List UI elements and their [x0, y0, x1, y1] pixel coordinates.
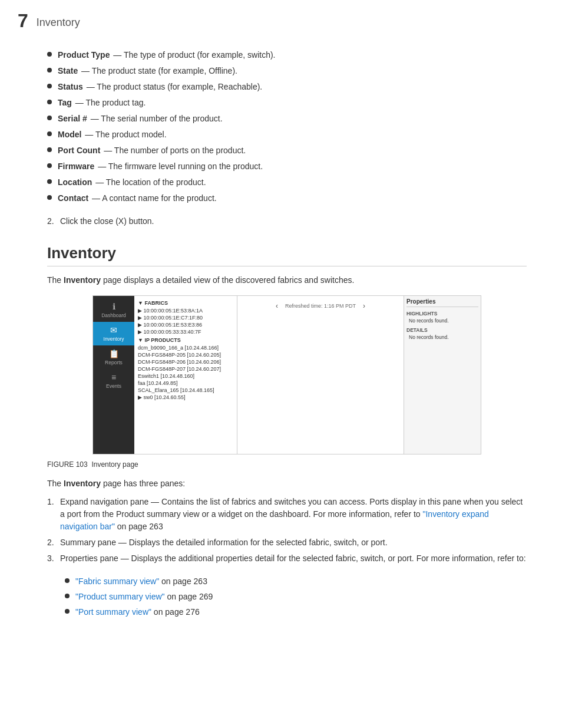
prev-arrow-button[interactable]: ‹ [273, 301, 280, 311]
term-serial: Serial # [58, 114, 87, 123]
sub-link-list: "Fabric summary view" on page 263 "Produ… [65, 575, 527, 618]
term-firmware: Firmware [58, 162, 94, 171]
term-state: State [58, 66, 78, 75]
tree-item[interactable]: Eswitch1 [10.24.48.160] [134, 373, 237, 380]
term-model: Model [58, 130, 81, 139]
list-item: Location — The location of the product. [47, 176, 527, 189]
sidebar-item-dashboard[interactable]: ℹ Dashboard [93, 298, 134, 322]
tree-item[interactable]: ▶ 10:00:00:05:33:33:40:7F [134, 328, 237, 335]
fabric-summary-link[interactable]: "Fabric summary view" [75, 577, 159, 586]
sidebar-item-reports[interactable]: 📋 Reports [93, 345, 134, 369]
sidebar-item-events[interactable]: ≡ Events [93, 369, 134, 393]
panes-list: 1. Expand navigation pane — Contains the… [47, 496, 527, 565]
list-item: 2. Click the close (X) button. [47, 215, 527, 228]
term-product-type: Product Type [58, 50, 110, 60]
sidebar-label-inventory: Inventory [104, 336, 124, 342]
term-status: Status [58, 82, 83, 91]
bullet-dot [47, 179, 52, 184]
sub-link-item-fabric: "Fabric summary view" on page 263 [65, 575, 527, 588]
bullet-dot [47, 100, 52, 104]
bullet-dot [47, 84, 52, 88]
refresh-bar: ‹ Refreshed time: 1:16 PM PDT › [240, 301, 401, 311]
term-location: Location [58, 177, 92, 187]
refresh-text: Refreshed time: 1:16 PM PDT [285, 303, 356, 309]
pane-item-2: 2. Summary pane — Displays the detailed … [47, 536, 527, 549]
inventory-icon: ✉ [110, 325, 117, 335]
tree-item[interactable]: ▶ 10:00:00:05:1E:C7:1F:80 [134, 314, 237, 321]
reports-icon: 📋 [109, 349, 119, 358]
list-item: Status — The product status (for example… [47, 81, 527, 93]
highlights-value: No records found. [409, 318, 478, 324]
tree-item[interactable]: dcm_b9090_166_a [10.24.48.166] [134, 344, 237, 351]
chapter-title: Inventory [37, 11, 80, 29]
bullet-dot [47, 147, 52, 152]
details-section-label: DETAILS [406, 327, 478, 333]
step-list: 2. Click the close (X) button. [47, 215, 527, 228]
pane-item-1: 1. Expand navigation pane — Contains the… [47, 496, 527, 533]
list-item: Contact — A contact name for the product… [47, 192, 527, 205]
tree-item[interactable]: DCM-FGS848P-206 [10.24.60.206] [134, 358, 237, 365]
tree-item[interactable]: DCM-FGS848P-205 [10.24.60.205] [134, 351, 237, 358]
bullet-dot [47, 68, 52, 73]
sidebar-item-inventory[interactable]: ✉ Inventory [93, 322, 134, 345]
dashboard-icon: ℹ [113, 302, 115, 311]
tree-item[interactable]: faa [10.24.49.85] [134, 380, 237, 387]
main-content: Product Type — The type of product (for … [0, 37, 562, 634]
sidebar-label-reports: Reports [105, 360, 123, 365]
term-contact: Contact [58, 193, 88, 203]
bullet-dot [65, 609, 70, 614]
inventory-nav-bar-link[interactable]: "Inventory expand navigation bar" [60, 509, 489, 531]
chapter-number: 7 [18, 11, 28, 31]
details-value: No records found. [409, 334, 478, 340]
bullet-dot [65, 578, 70, 583]
intro-paragraph: The Inventory page displays a detailed v… [47, 274, 527, 286]
mockup-center-pane: ‹ Refreshed time: 1:16 PM PDT › [237, 296, 404, 454]
tree-item[interactable]: ▶ sw0 [10.24.60.55] [134, 394, 237, 401]
pane-item-3: 3. Properties pane — Displays the additi… [47, 552, 527, 565]
highlights-section-label: HIGHLIGHTS [406, 311, 478, 317]
tree-item[interactable]: ▶ 10:00:00:05:1E:53:E3:86 [134, 321, 237, 328]
sub-link-item-port: "Port summary view" on page 276 [65, 606, 527, 618]
properties-header: Properties [406, 298, 478, 307]
list-item: Product Type — The type of product (for … [47, 49, 527, 61]
figure-title: Inventory page [91, 460, 138, 469]
list-item: Serial # — The serial number of the prod… [47, 113, 527, 125]
list-item: Firmware — The firmware level running on… [47, 160, 527, 173]
page-header: 7 Inventory [0, 0, 562, 37]
events-icon: ≡ [111, 373, 116, 382]
bullet-dot [47, 163, 52, 168]
mockup-right-pane: Properties HIGHLIGHTS No records found. … [404, 296, 481, 454]
product-summary-link[interactable]: "Product summary view" [75, 592, 165, 601]
next-arrow-button[interactable]: › [361, 301, 368, 311]
bullet-dot [47, 131, 52, 136]
description-para: The Inventory page has three panes: [47, 477, 527, 490]
term-tag: Tag [58, 98, 72, 107]
port-summary-link[interactable]: "Port summary view" [75, 607, 151, 617]
tree-item[interactable]: ▶ 10:00:00:05:1E:53:8A:1A [134, 307, 237, 314]
bullet-dot [65, 594, 70, 598]
section-title: Inventory [47, 244, 527, 266]
sidebar-label-events: Events [106, 383, 121, 389]
ip-products-section-label: ▼ IP PRODUCTS [134, 335, 237, 344]
figure-caption: FIGURE 103 Inventory page [47, 460, 527, 469]
tree-item[interactable]: DCM-FGS848P-207 [10.24.60.207] [134, 365, 237, 373]
tree-item[interactable]: SCAL_Elara_165 [10.24.48.165] [134, 387, 237, 394]
term-port-count: Port Count [58, 146, 100, 155]
sub-link-item-product: "Product summary view" on page 269 [65, 591, 527, 603]
list-item: State — The product state (for example, … [47, 65, 527, 77]
list-item: Tag — The product tag. [47, 97, 527, 109]
fabrics-section-label: ▼ FABRICS [134, 298, 237, 307]
mockup-left-pane: ▼ FABRICS ▶ 10:00:00:05:1E:53:8A:1A ▶ 10… [134, 296, 237, 454]
ui-mockup: ℹ Dashboard ✉ Inventory 📋 Reports ≡ Even… [92, 295, 481, 454]
figure-number: FIGURE 103 [47, 460, 88, 469]
mockup-sidebar: ℹ Dashboard ✉ Inventory 📋 Reports ≡ Even… [93, 296, 134, 454]
bullet-dot [47, 52, 52, 57]
list-item: Model — The product model. [47, 129, 527, 141]
property-list: Product Type — The type of product (for … [47, 49, 527, 205]
bullet-dot [47, 195, 52, 200]
sidebar-label-dashboard: Dashboard [101, 312, 126, 318]
bullet-dot [47, 116, 52, 120]
list-item: Port Count — The number of ports on the … [47, 144, 527, 157]
